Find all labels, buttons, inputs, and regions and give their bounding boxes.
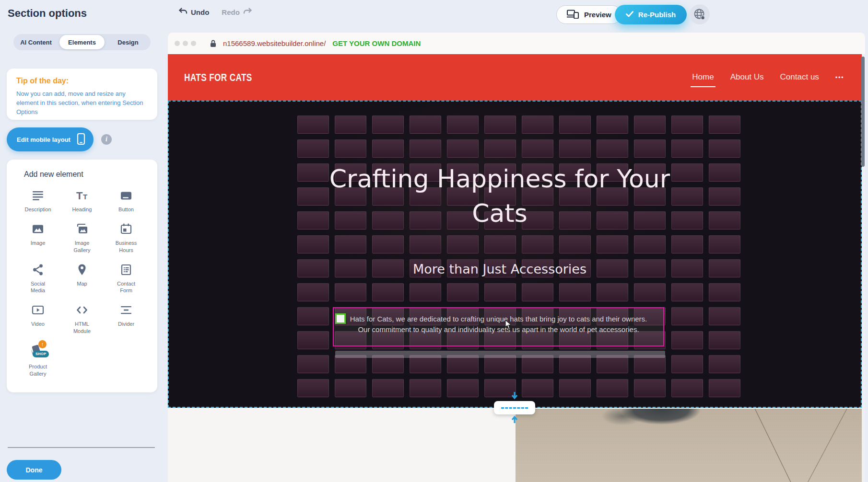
hero-tile: [671, 379, 703, 397]
tab-design[interactable]: Design: [106, 34, 151, 50]
window-dot: [183, 41, 188, 46]
element-item-heading[interactable]: TT Heading: [60, 188, 104, 213]
edit-mobile-layout-button[interactable]: Edit mobile layout: [7, 127, 94, 151]
element-item-contact-form[interactable]: Contact Form: [104, 263, 148, 295]
redo-button[interactable]: Redo: [222, 8, 252, 17]
hero-tile: [335, 115, 366, 134]
tip-body: Now you can add, move and resize any ele…: [16, 90, 148, 117]
redo-icon: [243, 8, 252, 17]
nav-more-icon[interactable]: •••: [835, 74, 844, 81]
divider-icon: [119, 303, 133, 317]
element-label: Map: [77, 280, 87, 287]
element-label: Social Media: [23, 280, 53, 295]
element-item-product-gallery[interactable]: ↑ SHOP Product Gallery: [16, 344, 60, 378]
panel-divider: [8, 447, 155, 448]
hero-tile: [709, 187, 740, 206]
hero-tile: [671, 235, 703, 253]
html-code-icon: [75, 303, 89, 317]
element-item-video[interactable]: Video: [16, 303, 60, 335]
republish-button[interactable]: Re-Publish: [615, 5, 687, 24]
undo-redo-group: Undo Redo: [178, 8, 252, 17]
arrow-down-icon: [510, 392, 519, 400]
hero-tile: [709, 115, 740, 134]
hero-tile: [484, 139, 516, 158]
nav-item-contact-us[interactable]: Contact us: [780, 72, 819, 82]
element-item-social-media[interactable]: Social Media: [16, 263, 60, 295]
selected-text-element[interactable]: Hats for Cats, we are dedicated to craft…: [333, 307, 664, 346]
element-label: Image Gallery: [67, 240, 97, 254]
language-globe-button[interactable]: [690, 4, 710, 24]
site-nav: Home About Us Contact us •••: [692, 72, 844, 82]
element-label: Divider: [118, 321, 134, 328]
hero-tile: [372, 235, 404, 253]
hero-tile: [709, 331, 740, 349]
element-grid: Description TT Heading Button Image Imag…: [13, 188, 151, 378]
element-item-html-module[interactable]: HTML Module: [60, 303, 104, 335]
hero-tile: [297, 355, 329, 373]
section-resize-handle[interactable]: [494, 401, 535, 414]
element-item-map[interactable]: Map: [60, 263, 104, 295]
hero-tile: [597, 283, 628, 301]
element-item-business-hours[interactable]: Business Hours: [104, 222, 148, 254]
info-icon[interactable]: i: [101, 134, 112, 145]
button-icon: [119, 188, 133, 203]
address-bar-url[interactable]: n1566589.websitebuilder.online/: [223, 39, 326, 47]
hero-tile: [597, 115, 628, 134]
element-label: HTML Module: [67, 321, 97, 335]
image-icon: [31, 222, 45, 236]
hero-tile: [709, 139, 740, 158]
tip-of-the-day-card: Tip of the day: Now you can add, move an…: [7, 69, 157, 120]
upgrade-badge-icon: ↑: [38, 340, 47, 348]
element-item-divider[interactable]: Divider: [104, 303, 148, 335]
scrollbar-thumb[interactable]: [861, 57, 865, 167]
hero-tile: [559, 235, 591, 253]
undo-icon: [178, 8, 188, 17]
element-label: Product Gallery: [23, 363, 53, 378]
hero-tile: [484, 283, 516, 301]
nav-item-about-us[interactable]: About Us: [730, 72, 764, 82]
element-label: Business Hours: [111, 240, 141, 254]
hero-tile: [634, 139, 666, 158]
get-domain-link[interactable]: GET YOUR OWN DOMAIN: [332, 39, 421, 47]
lock-icon: [210, 39, 217, 47]
hero-tile: [335, 139, 366, 158]
hero-tile: [297, 139, 329, 158]
hero-tile: [297, 235, 329, 253]
hero-tile: [484, 115, 516, 134]
hero-tile: [522, 139, 553, 158]
hero-tile: [522, 235, 553, 253]
hero-tile: [709, 259, 740, 277]
undo-label: Undo: [191, 8, 209, 16]
nav-item-home[interactable]: Home: [692, 72, 714, 82]
business-hours-icon: [119, 222, 133, 236]
hero-tile: [634, 115, 666, 134]
done-button[interactable]: Done: [7, 460, 61, 480]
element-item-image-gallery[interactable]: Image Gallery: [60, 222, 104, 254]
browser-chrome: n1566589.websitebuilder.online/ GET YOUR…: [168, 33, 865, 54]
hero-tile: [634, 283, 666, 301]
hero-tile: [709, 283, 740, 301]
window-dot: [175, 41, 180, 46]
tab-ai-content[interactable]: AI Content: [13, 34, 59, 50]
undo-button[interactable]: Undo: [178, 8, 209, 17]
element-label: Video: [31, 321, 45, 328]
tab-elements[interactable]: Elements: [59, 35, 105, 49]
hero-tile: [559, 379, 591, 397]
add-element-card: Add new element Description TT Heading B…: [7, 160, 157, 392]
next-section-image[interactable]: [516, 409, 862, 482]
element-item-image[interactable]: Image: [16, 222, 60, 254]
hero-tile: [410, 235, 441, 253]
hero-tile: [297, 307, 329, 325]
hero-tile: [671, 355, 703, 373]
hero-tile: [671, 283, 703, 301]
hero-tile: [447, 235, 479, 253]
hero-tile: [410, 283, 441, 301]
element-item-button[interactable]: Button: [104, 188, 148, 213]
element-item-description[interactable]: Description: [16, 188, 60, 213]
preview-button[interactable]: Preview: [556, 5, 622, 24]
site-logo[interactable]: HATS FOR CATS: [184, 71, 252, 84]
drag-handle[interactable]: [335, 313, 346, 324]
hero-section-selected[interactable]: Crafting Happiness for Your Cats More th…: [168, 101, 862, 408]
hero-tile: [297, 379, 329, 397]
hero-tile: [597, 139, 628, 158]
